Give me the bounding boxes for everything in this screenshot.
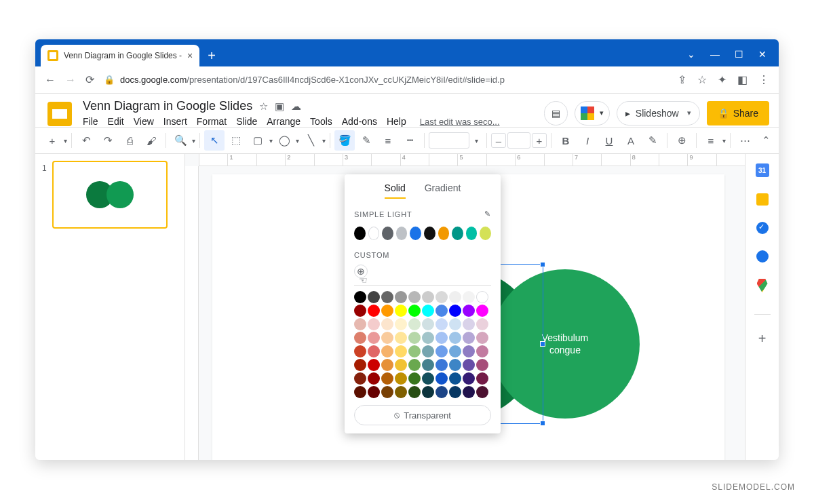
- color-swatch[interactable]: [435, 318, 448, 330]
- color-swatch[interactable]: [395, 359, 407, 371]
- filmstrip[interactable]: 1: [35, 154, 185, 460]
- more-button[interactable]: ⋯: [735, 130, 755, 151]
- color-swatch[interactable]: [381, 386, 393, 398]
- color-swatch[interactable]: [422, 332, 434, 344]
- forward-icon[interactable]: →: [65, 74, 76, 86]
- slideshow-button[interactable]: ▸ Slideshow ▾: [617, 101, 700, 125]
- color-swatch[interactable]: [368, 305, 380, 317]
- color-swatch[interactable]: [368, 318, 380, 330]
- color-swatch[interactable]: [354, 359, 366, 371]
- collapse-toolbar-icon[interactable]: ⌃: [762, 134, 771, 147]
- color-swatch[interactable]: [381, 345, 393, 357]
- color-swatch[interactable]: [395, 291, 407, 303]
- color-swatch[interactable]: [476, 305, 488, 317]
- color-swatch[interactable]: [354, 345, 366, 357]
- color-swatch[interactable]: [476, 345, 488, 357]
- color-swatch[interactable]: [354, 291, 366, 303]
- color-swatch[interactable]: [435, 345, 448, 357]
- theme-swatch[interactable]: [396, 227, 408, 240]
- border-weight-button[interactable]: ≡: [378, 130, 398, 151]
- color-swatch[interactable]: [422, 386, 434, 398]
- menu-format[interactable]: Format: [197, 116, 227, 127]
- theme-swatch[interactable]: [480, 227, 491, 240]
- textbox-tool[interactable]: ⬚: [226, 130, 246, 151]
- color-swatch[interactable]: [368, 291, 380, 303]
- comments-button[interactable]: ▤: [544, 101, 568, 125]
- color-swatch[interactable]: [408, 291, 421, 303]
- maps-icon[interactable]: [757, 279, 768, 292]
- color-swatch[interactable]: [408, 332, 421, 344]
- bookmark-icon[interactable]: ☆: [697, 73, 707, 86]
- paint-format-button[interactable]: 🖌: [141, 130, 161, 151]
- color-swatch[interactable]: [463, 359, 475, 371]
- color-swatch[interactable]: [463, 305, 475, 317]
- color-swatch[interactable]: [395, 318, 407, 330]
- color-swatch[interactable]: [449, 359, 461, 371]
- print-button[interactable]: ⎙: [119, 130, 140, 151]
- move-icon[interactable]: ▣: [275, 100, 284, 113]
- color-swatch[interactable]: [395, 345, 407, 357]
- minimize-icon[interactable]: ―: [710, 49, 720, 60]
- color-swatch[interactable]: [435, 372, 448, 385]
- close-window-icon[interactable]: ✕: [758, 49, 767, 60]
- theme-swatch[interactable]: [354, 227, 366, 240]
- color-swatch[interactable]: [435, 359, 448, 371]
- add-addon-button[interactable]: +: [758, 331, 767, 347]
- color-swatch[interactable]: [435, 305, 448, 317]
- menu-view[interactable]: View: [134, 116, 154, 127]
- color-swatch[interactable]: [408, 359, 421, 371]
- color-swatch[interactable]: [408, 318, 421, 330]
- color-swatch[interactable]: [463, 372, 475, 385]
- new-slide-button[interactable]: +: [42, 130, 62, 151]
- add-custom-color-button[interactable]: ⊕ ☜: [354, 265, 368, 278]
- font-decrease-button[interactable]: –: [491, 133, 506, 148]
- color-swatch[interactable]: [476, 318, 488, 330]
- align-button[interactable]: ≡: [701, 130, 721, 151]
- edit-theme-icon[interactable]: ✎: [484, 210, 491, 218]
- undo-button[interactable]: ↶: [76, 130, 96, 151]
- color-swatch[interactable]: [408, 372, 421, 385]
- underline-button[interactable]: U: [599, 130, 619, 151]
- color-swatch[interactable]: [449, 332, 461, 344]
- color-swatch[interactable]: [449, 291, 461, 303]
- doc-title[interactable]: Venn Diagram in Google Slides: [83, 99, 252, 113]
- color-swatch[interactable]: [354, 372, 366, 385]
- tab-solid[interactable]: Solid: [385, 182, 406, 199]
- color-swatch[interactable]: [408, 386, 421, 398]
- color-swatch[interactable]: [422, 305, 434, 317]
- color-swatch[interactable]: [395, 386, 407, 398]
- color-swatch[interactable]: [381, 372, 393, 385]
- color-swatch[interactable]: [368, 332, 380, 344]
- color-swatch[interactable]: [381, 359, 393, 371]
- color-swatch[interactable]: [408, 345, 421, 357]
- color-swatch[interactable]: [354, 332, 366, 344]
- last-edit-label[interactable]: Last edit was seco...: [420, 117, 500, 127]
- menu-file[interactable]: File: [83, 116, 98, 127]
- extensions-icon[interactable]: ✦: [718, 73, 726, 86]
- menu-insert[interactable]: Insert: [163, 116, 187, 127]
- menu-help[interactable]: Help: [387, 116, 406, 127]
- star-icon[interactable]: ☆: [259, 100, 268, 113]
- image-tool[interactable]: ▢: [248, 130, 268, 151]
- reload-icon[interactable]: ⟳: [85, 73, 94, 86]
- theme-swatch[interactable]: [368, 227, 380, 240]
- zoom-button[interactable]: 🔍: [170, 130, 191, 151]
- color-swatch[interactable]: [463, 332, 475, 344]
- color-swatch[interactable]: [395, 372, 407, 385]
- share-button[interactable]: 🔒 Share: [707, 101, 769, 125]
- account-icon[interactable]: ◧: [737, 73, 748, 86]
- color-swatch[interactable]: [368, 372, 380, 385]
- theme-swatch[interactable]: [424, 227, 435, 240]
- keep-icon[interactable]: [756, 193, 769, 206]
- color-swatch[interactable]: [463, 291, 475, 303]
- text-color-button[interactable]: A: [621, 130, 641, 151]
- color-swatch[interactable]: [463, 386, 475, 398]
- color-swatch[interactable]: [395, 332, 407, 344]
- menu-tools[interactable]: Tools: [310, 116, 332, 127]
- meet-button[interactable]: ▾: [575, 101, 610, 125]
- color-swatch[interactable]: [422, 359, 434, 371]
- color-swatch[interactable]: [408, 305, 421, 317]
- color-swatch[interactable]: [381, 305, 393, 317]
- menu-icon[interactable]: ⋮: [758, 73, 769, 86]
- color-swatch[interactable]: [449, 305, 461, 317]
